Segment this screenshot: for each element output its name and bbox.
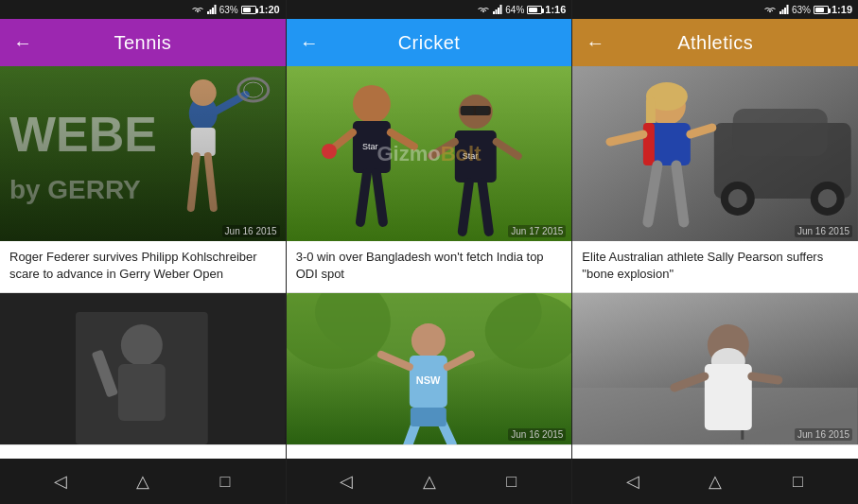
svg-line-84 [752, 376, 779, 380]
date-cricket-1: Jun 17 2015 [508, 225, 566, 237]
svg-rect-55 [411, 408, 447, 426]
svg-point-8 [189, 96, 218, 130]
app-header-athletics: ← Athletics [572, 19, 858, 66]
app-header-tennis: ← Tennis [0, 19, 286, 66]
date-athletics-1: Jun 16 2015 [795, 225, 852, 237]
news-image-athletics-2: Jun 16 2015 [572, 293, 858, 444]
battery-fill-tennis [243, 8, 252, 12]
svg-point-11 [238, 78, 269, 101]
wifi-icon-cricket [477, 5, 490, 14]
back-button-athletics[interactable]: ← [586, 32, 604, 54]
back-button-cricket[interactable]: ← [300, 32, 319, 54]
battery-icon-athletics [814, 6, 829, 14]
status-icons-cricket: 64% 1:16 [477, 4, 566, 15]
svg-rect-57 [781, 9, 783, 14]
signal-icon-athletics [779, 5, 789, 14]
wifi-icon-athletics [763, 5, 777, 14]
date-cricket-2: Jun 16 2015 [508, 428, 566, 441]
app-header-cricket: ← Cricket [287, 19, 572, 66]
status-icons-tennis: 63% 1:20 [191, 4, 280, 15]
battery-fill-athletics [815, 8, 824, 12]
svg-rect-21 [493, 11, 495, 14]
news-card-cricket-2[interactable]: NSW Jun 16 2015 [287, 293, 572, 445]
svg-text:NSW: NSW [416, 374, 441, 386]
cricket-scene2-svg: NSW [287, 293, 572, 444]
svg-line-15 [208, 156, 214, 208]
status-icons-athletics: 63% 1:19 [763, 4, 852, 15]
status-time-athletics: 1:19 [832, 4, 852, 15]
signal-icon [207, 5, 217, 14]
svg-rect-62 [733, 109, 828, 156]
battery-fill-cricket [529, 8, 537, 12]
svg-rect-59 [786, 5, 788, 14]
cricket-scene-svg: Star [287, 66, 572, 241]
nav-home-cricket[interactable]: △ [412, 464, 447, 498]
svg-line-32 [360, 173, 367, 222]
svg-text:Star: Star [362, 142, 377, 151]
content-athletics: Jun 16 2015 Elite Australian athlete Sal… [572, 66, 858, 459]
news-image-cricket-2: NSW Jun 16 2015 [287, 293, 572, 444]
svg-rect-0 [207, 11, 209, 14]
news-image-tennis-1: WEBE by GERRY [0, 66, 286, 241]
news-card-tennis-2[interactable] [0, 293, 286, 445]
tennis-scene2-svg [0, 293, 286, 444]
svg-rect-37 [475, 106, 488, 115]
svg-rect-58 [784, 8, 786, 14]
news-image-athletics-1: Jun 16 2015 [572, 66, 858, 241]
svg-rect-1 [209, 9, 211, 14]
date-athletics-2: Jun 16 2015 [795, 428, 852, 441]
svg-point-12 [244, 82, 263, 97]
back-button-tennis[interactable]: ← [13, 32, 32, 54]
battery-percent-cricket: 64% [505, 5, 524, 15]
svg-point-66 [818, 189, 837, 208]
athletics-panel: 63% 1:19 ← Athletics [572, 0, 858, 504]
nav-bar-athletics: ◁ △ □ [572, 459, 858, 504]
svg-rect-71 [643, 123, 655, 165]
status-bar-tennis: 63% 1:20 [0, 0, 286, 19]
news-card-athletics-1[interactable]: Jun 16 2015 Elite Australian athlete Sal… [572, 66, 858, 293]
date-tennis-1: Jun 16 2015 [222, 225, 280, 237]
nav-home-tennis[interactable]: △ [126, 464, 160, 498]
nav-bar-tennis: ◁ △ □ [0, 459, 286, 504]
svg-text:Star: Star [462, 151, 477, 161]
news-headline-athletics-1: Elite Australian athlete Sally Pearson s… [572, 241, 858, 292]
svg-point-26 [353, 85, 391, 123]
svg-rect-24 [500, 5, 502, 14]
svg-point-9 [190, 79, 217, 106]
nav-home-athletics[interactable]: △ [698, 464, 732, 498]
news-headline-tennis-1: Roger Federer survives Philipp Kohlschre… [0, 241, 286, 292]
athletics-scene-svg [572, 66, 858, 241]
nav-recent-athletics[interactable]: □ [780, 464, 814, 498]
svg-rect-13 [191, 128, 216, 156]
svg-text:WEBE: WEBE [9, 107, 157, 162]
svg-point-31 [322, 144, 337, 159]
nav-back-tennis[interactable]: ◁ [44, 464, 78, 498]
news-card-tennis-1[interactable]: WEBE by GERRY [0, 66, 286, 293]
svg-rect-22 [496, 9, 498, 14]
svg-rect-5 [0, 66, 286, 241]
nav-recent-tennis[interactable]: □ [208, 464, 242, 498]
svg-line-43 [482, 182, 488, 232]
svg-point-64 [728, 189, 747, 208]
nav-bar-cricket: ◁ △ □ [287, 459, 572, 504]
nav-back-athletics[interactable]: ◁ [616, 464, 650, 498]
svg-line-33 [376, 173, 383, 222]
news-card-cricket-1[interactable]: Star [287, 66, 572, 293]
news-headline-cricket-1: 3-0 win over Bangladesh won't fetch Indi… [287, 241, 572, 292]
battery-percent-athletics: 63% [792, 5, 811, 15]
nav-back-cricket[interactable]: ◁ [329, 464, 363, 498]
svg-rect-2 [212, 8, 214, 14]
svg-line-14 [191, 156, 197, 208]
status-bar-athletics: 63% 1:19 [572, 0, 858, 19]
status-time-tennis: 1:20 [259, 4, 280, 15]
nav-recent-cricket[interactable]: □ [495, 464, 529, 498]
content-tennis: WEBE by GERRY [0, 66, 286, 459]
svg-rect-4 [0, 66, 286, 241]
status-time-cricket: 1:16 [545, 4, 566, 15]
news-card-athletics-2[interactable]: Jun 16 2015 [572, 293, 858, 445]
cricket-panel: 64% 1:16 ← Cricket [287, 0, 573, 504]
svg-line-10 [203, 95, 246, 118]
svg-point-18 [121, 324, 163, 366]
athletics-scene2-svg [572, 293, 858, 444]
svg-rect-3 [214, 5, 216, 14]
